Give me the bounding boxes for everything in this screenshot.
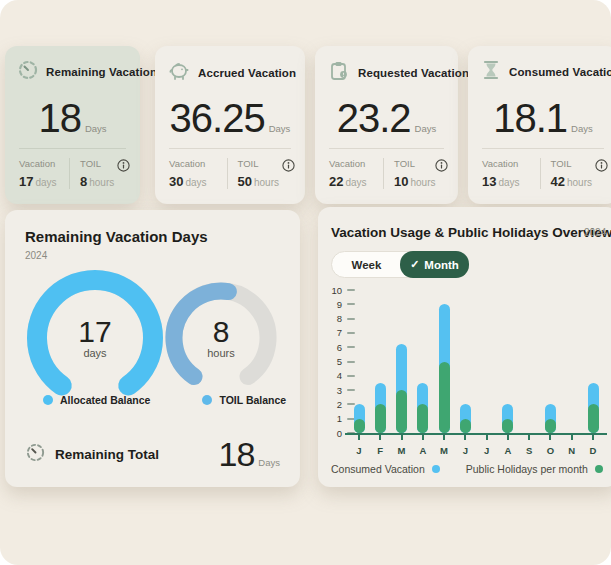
legend-dot — [432, 465, 440, 473]
card-year: 2024 — [25, 250, 47, 261]
info-icon[interactable] — [595, 158, 608, 176]
timer-icon — [25, 442, 46, 467]
info-icon[interactable] — [282, 158, 295, 176]
divider — [329, 148, 444, 149]
toil-value: 10 — [394, 174, 408, 189]
x-label-O: O — [540, 445, 560, 456]
card-value-unit: Days — [269, 123, 291, 138]
gauge-value: 17 — [78, 317, 111, 347]
legend-dot — [43, 395, 53, 405]
gauge-unit: hours — [207, 347, 235, 359]
legend-label: Consumed Vacation — [331, 463, 425, 475]
summary-card-consumed-vacation[interactable]: Consumed Vacation 18.1Days Vacation 13da… — [468, 46, 611, 204]
x-tick — [379, 435, 381, 440]
holidays-segment — [545, 419, 556, 433]
allocated-balance-gauge: 17 days — [25, 268, 165, 408]
x-tick — [401, 435, 403, 440]
vacation-label: Vacation — [482, 158, 540, 169]
vacation-unit: days — [498, 177, 519, 188]
holidays-segment — [502, 419, 513, 433]
vacation-breakdown: Vacation 22days — [329, 158, 384, 189]
holidays-segment — [375, 404, 386, 433]
x-tick — [422, 435, 424, 440]
card-title: Remaining Vacation Days — [25, 228, 208, 245]
x-label-J: J — [477, 445, 497, 456]
holidays-segment — [439, 362, 450, 434]
vacation-unit: days — [185, 177, 206, 188]
x-label-D: D — [583, 445, 603, 456]
x-tick — [507, 435, 509, 440]
hourglass-icon — [480, 59, 502, 85]
holidays-segment — [396, 390, 407, 433]
vacation-breakdown: Vacation 30days — [169, 158, 228, 189]
vacation-breakdown: Vacation 17days — [19, 158, 70, 189]
dashboard-page: Remaining Vacation 18Days Vacation 17day… — [0, 0, 611, 565]
card-value: 36.25 — [170, 98, 265, 138]
x-label-M: M — [392, 445, 412, 456]
card-title: Consumed Vacation — [509, 66, 611, 78]
stacked-bar-chart: 012345678910 JFMAMJJASOND — [318, 207, 611, 487]
legend-dot — [202, 395, 212, 405]
x-tick — [443, 435, 445, 440]
info-icon[interactable] — [117, 158, 130, 176]
vacation-usage-card: Vacation Usage & Public Holidays Overvie… — [318, 207, 611, 487]
card-value: 18 — [38, 98, 81, 138]
vacation-label: Vacation — [329, 158, 383, 169]
legend-allocated-balance: Allocated Balance — [43, 394, 150, 406]
vacation-breakdown: Vacation 13days — [482, 158, 541, 189]
vacation-value: 13 — [482, 174, 496, 189]
x-label-J: J — [349, 445, 369, 456]
toil-unit: hours — [254, 177, 279, 188]
legend-label: TOIL Balance — [219, 394, 286, 406]
card-value: 23.2 — [337, 98, 411, 138]
vacation-unit: days — [35, 177, 56, 188]
gauge-unit: days — [83, 347, 106, 359]
toil-value: 8 — [80, 174, 87, 189]
vacation-value: 22 — [329, 174, 343, 189]
vacation-label: Vacation — [169, 158, 227, 169]
holidays-segment — [354, 419, 365, 433]
card-title: Accrued Vacation — [198, 67, 296, 79]
x-label-M: M — [434, 445, 454, 456]
piggy-bank-icon — [167, 59, 191, 87]
toil-unit: hours — [89, 177, 114, 188]
divider — [482, 148, 604, 149]
x-tick — [571, 435, 573, 440]
x-label-A: A — [498, 445, 518, 456]
summary-card-requested-vacation[interactable]: Requested Vacation 23.2Days Vacation 22d… — [315, 46, 458, 204]
remaining-total-unit: Days — [258, 457, 280, 471]
toil-value: 50 — [238, 174, 252, 189]
card-title: Requested Vacation — [358, 67, 469, 79]
toil-unit: hours — [410, 177, 435, 188]
gauge-value: 8 — [213, 317, 230, 347]
vacation-value: 30 — [169, 174, 183, 189]
x-label-S: S — [519, 445, 539, 456]
summary-card-remaining-vacation[interactable]: Remaining Vacation 18Days Vacation 17day… — [5, 46, 140, 204]
info-icon[interactable] — [435, 158, 448, 176]
legend-label: Public Holidays per month — [466, 463, 588, 475]
card-title: Remaining Vacation — [46, 66, 157, 78]
timer-icon — [17, 59, 39, 85]
summary-card-accrued-vacation[interactable]: Accrued Vacation 36.25Days Vacation 30da… — [155, 46, 305, 204]
vacation-unit: days — [345, 177, 366, 188]
vacation-value: 17 — [19, 174, 33, 189]
remaining-total-value: 18 — [219, 437, 255, 471]
toil-value: 42 — [551, 174, 565, 189]
x-tick — [464, 435, 466, 440]
legend-toil-balance: TOIL Balance — [202, 394, 286, 406]
holidays-segment — [588, 404, 599, 433]
x-label-F: F — [370, 445, 390, 456]
plot-area — [345, 290, 607, 435]
vacation-label: Vacation — [19, 158, 69, 169]
x-label-J: J — [455, 445, 475, 456]
card-header: Remaining Vacation — [17, 59, 130, 85]
x-tick — [592, 435, 594, 440]
divider — [169, 148, 291, 149]
card-value: 18.1 — [493, 98, 567, 138]
toil-unit: hours — [567, 177, 592, 188]
legend-consumed-vacation: Consumed Vacation — [331, 463, 440, 475]
clipboard-icon — [327, 59, 351, 87]
chart-legend: Consumed Vacation Public Holidays per mo… — [331, 463, 603, 475]
divider — [19, 148, 126, 149]
x-tick — [358, 435, 360, 440]
